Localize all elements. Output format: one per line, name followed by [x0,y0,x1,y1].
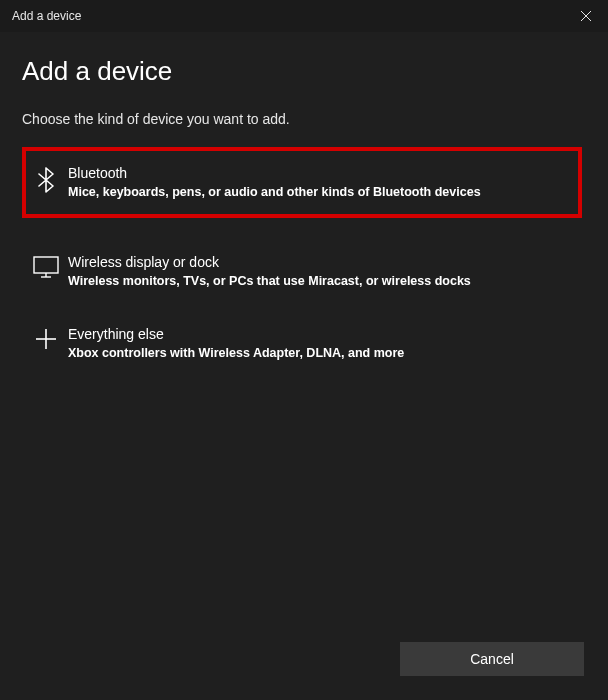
bluetooth-icon [26,165,66,193]
titlebar: Add a device [0,0,608,32]
option-wireless-body: Wireless display or dock Wireless monito… [66,254,574,289]
dialog-footer: Cancel [400,642,584,676]
page-subtitle: Choose the kind of device you want to ad… [22,111,586,127]
titlebar-title: Add a device [12,9,81,23]
option-everything-desc: Xbox controllers with Wireless Adapter, … [68,345,574,361]
dialog-content: Add a device Choose the kind of device y… [0,32,608,379]
close-button[interactable] [563,0,608,32]
option-everything-title: Everything else [68,326,574,342]
option-everything-body: Everything else Xbox controllers with Wi… [66,326,574,361]
svg-rect-2 [34,257,58,273]
option-wireless-display[interactable]: Wireless display or dock Wireless monito… [22,236,582,307]
option-bluetooth-desc: Mice, keyboards, pens, or audio and othe… [68,184,574,200]
close-icon [581,11,591,21]
option-wireless-desc: Wireless monitors, TVs, or PCs that use … [68,273,574,289]
spacer [22,218,586,236]
option-bluetooth[interactable]: Bluetooth Mice, keyboards, pens, or audi… [22,147,582,218]
option-bluetooth-body: Bluetooth Mice, keyboards, pens, or audi… [66,165,574,200]
option-everything-else[interactable]: Everything else Xbox controllers with Wi… [22,308,582,379]
option-bluetooth-title: Bluetooth [68,165,574,181]
monitor-icon [26,254,66,278]
cancel-button[interactable]: Cancel [400,642,584,676]
device-options: Bluetooth Mice, keyboards, pens, or audi… [22,147,586,379]
plus-icon [26,326,66,350]
page-title: Add a device [22,56,586,87]
option-wireless-title: Wireless display or dock [68,254,574,270]
